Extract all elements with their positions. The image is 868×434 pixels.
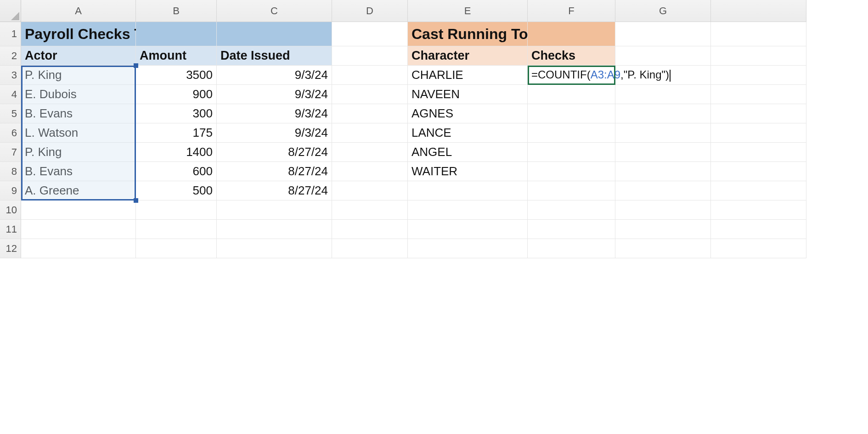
row-header-4[interactable]: 4 [0,85,21,104]
cell-B6[interactable]: 175 [136,123,217,143]
cell-G7[interactable] [615,143,711,162]
cell-D11[interactable] [332,220,408,239]
cell-B10[interactable] [136,200,217,220]
row-header-3[interactable]: 3 [0,66,21,85]
select-all-corner[interactable] [0,0,21,22]
cell-C3[interactable]: 9/3/24 [217,66,332,85]
cell-D9[interactable] [332,181,408,200]
col-header-extra[interactable] [711,0,806,22]
cell-C11[interactable] [217,220,332,239]
cell-E4[interactable]: NAVEEN [408,85,528,104]
cell-C5[interactable]: 9/3/24 [217,104,332,123]
cell-D6[interactable] [332,123,408,143]
cell-C2[interactable]: Date Issued [217,46,332,66]
cell-F12[interactable] [528,239,615,258]
cell-B5[interactable]: 300 [136,104,217,123]
row-header-1[interactable]: 1 [0,22,21,46]
cell-H7[interactable] [711,143,806,162]
cell-A7[interactable]: P. King [21,143,136,162]
cell-E5[interactable]: AGNES [408,104,528,123]
cell-B4[interactable]: 900 [136,85,217,104]
cell-A9[interactable]: A. Greene [21,181,136,200]
cell-H1[interactable] [711,22,806,46]
cell-E8[interactable]: WAITER [408,162,528,181]
row-header-7[interactable]: 7 [0,143,21,162]
spreadsheet-grid[interactable]: A B C D E F G 1 Payroll Checks To Date C… [0,0,868,258]
cell-G8[interactable] [615,162,711,181]
cell-D8[interactable] [332,162,408,181]
col-header-D[interactable]: D [332,0,408,22]
cell-H10[interactable] [711,200,806,220]
cell-G11[interactable] [615,220,711,239]
cell-H2[interactable] [711,46,806,66]
row-header-8[interactable]: 8 [0,162,21,181]
cell-A8[interactable]: B. Evans [21,162,136,181]
cell-G5[interactable] [615,104,711,123]
cell-E7[interactable]: ANGEL [408,143,528,162]
cell-A3[interactable]: P. King [21,66,136,85]
cell-F2[interactable]: Checks [528,46,615,66]
selection-handle-top[interactable] [134,63,138,68]
col-header-C[interactable]: C [217,0,332,22]
cell-E1[interactable]: Cast Running Totals [408,22,528,46]
cell-A1[interactable]: Payroll Checks To Date [21,22,136,46]
cell-C7[interactable]: 8/27/24 [217,143,332,162]
cell-B7[interactable]: 1400 [136,143,217,162]
cell-B9[interactable]: 500 [136,181,217,200]
cell-C8[interactable]: 8/27/24 [217,162,332,181]
cell-B2[interactable]: Amount [136,46,217,66]
cell-A5[interactable]: B. Evans [21,104,136,123]
cell-E11[interactable] [408,220,528,239]
cell-A12[interactable] [21,239,136,258]
cell-F6[interactable] [528,123,615,143]
row-header-9[interactable]: 9 [0,181,21,200]
cell-C12[interactable] [217,239,332,258]
cell-D12[interactable] [332,239,408,258]
cell-H9[interactable] [711,181,806,200]
row-header-11[interactable]: 11 [0,220,21,239]
col-header-E[interactable]: E [408,0,528,22]
cell-H5[interactable] [711,104,806,123]
cell-H6[interactable] [711,123,806,143]
cell-E3[interactable]: CHARLIE [408,66,528,85]
cell-E2[interactable]: Character [408,46,528,66]
cell-C10[interactable] [217,200,332,220]
cell-D5[interactable] [332,104,408,123]
cell-C1[interactable] [217,22,332,46]
cell-B8[interactable]: 600 [136,162,217,181]
col-header-F[interactable]: F [528,0,615,22]
cell-G1[interactable] [615,22,711,46]
cell-C4[interactable]: 9/3/24 [217,85,332,104]
cell-A6[interactable]: L. Watson [21,123,136,143]
cell-D3[interactable] [332,66,408,85]
cell-D7[interactable] [332,143,408,162]
cell-G6[interactable] [615,123,711,143]
cell-F1[interactable] [528,22,615,46]
row-header-6[interactable]: 6 [0,123,21,143]
cell-A4[interactable]: E. Dubois [21,85,136,104]
cell-B3[interactable]: 3500 [136,66,217,85]
cell-F9[interactable] [528,181,615,200]
cell-A2[interactable]: Actor [21,46,136,66]
cell-G9[interactable] [615,181,711,200]
cell-H4[interactable] [711,85,806,104]
cell-H12[interactable] [711,239,806,258]
cell-E12[interactable] [408,239,528,258]
cell-C9[interactable]: 8/27/24 [217,181,332,200]
cell-D2[interactable] [332,46,408,66]
col-header-B[interactable]: B [136,0,217,22]
cell-C6[interactable]: 9/3/24 [217,123,332,143]
cell-F10[interactable] [528,200,615,220]
cell-A10[interactable] [21,200,136,220]
cell-E9[interactable] [408,181,528,200]
cell-G2[interactable] [615,46,711,66]
row-header-10[interactable]: 10 [0,200,21,220]
cell-F8[interactable] [528,162,615,181]
cell-F7[interactable] [528,143,615,162]
cell-H8[interactable] [711,162,806,181]
cell-H3[interactable] [711,66,806,85]
cell-H11[interactable] [711,220,806,239]
cell-F11[interactable] [528,220,615,239]
selection-handle-bottom[interactable] [134,198,138,203]
row-header-2[interactable]: 2 [0,46,21,66]
